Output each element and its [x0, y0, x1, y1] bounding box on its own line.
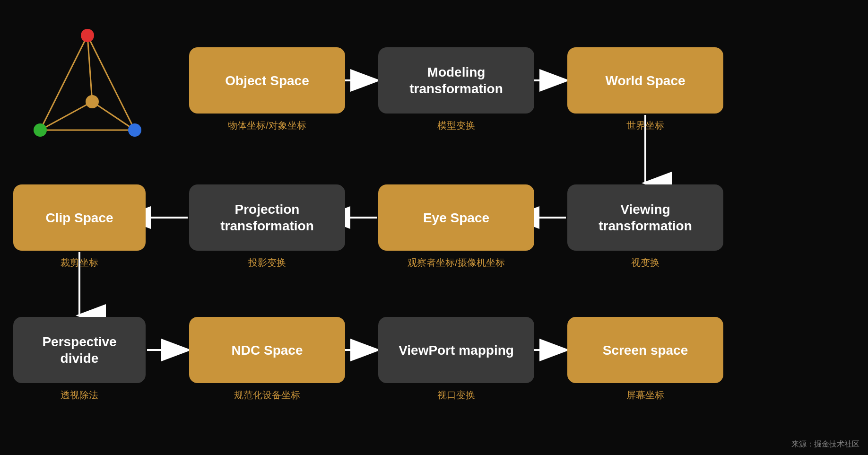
eye-space-title: Eye Space — [423, 210, 489, 226]
screen-space-subtitle: 屏幕坐标 — [567, 389, 723, 402]
world-space-title: World Space — [605, 72, 685, 89]
viewport-mapping-subtitle: 视口变换 — [378, 389, 534, 402]
eye-space-subtitle: 观察者坐标/摄像机坐标 — [350, 256, 563, 269]
modeling-transformation-subtitle: 模型变换 — [378, 119, 534, 132]
object-space-subtitle: 物体坐标/对象坐标 — [189, 119, 345, 132]
object-space-title: Object Space — [225, 72, 309, 89]
viewing-transformation-title: Viewing transformation — [576, 201, 715, 234]
screen-space-title: Screen space — [603, 342, 688, 359]
perspective-divide-subtitle: 透视除法 — [13, 389, 146, 402]
ndc-space-subtitle: 规范化设备坐标 — [189, 389, 345, 402]
object-space-box: Object Space — [189, 47, 345, 114]
viewport-mapping-box: ViewPort mapping — [378, 317, 534, 383]
watermark: 来源：掘金技术社区 — [791, 439, 859, 449]
clip-space-subtitle: 裁剪坐标 — [13, 256, 146, 269]
diagram: Object Space 物体坐标/对象坐标 Modeling transfor… — [0, 0, 868, 455]
projection-transformation-title: Projection transformation — [198, 201, 337, 234]
modeling-transformation-title: Modeling transformation — [387, 64, 526, 97]
viewing-transformation-box: Viewing transformation — [567, 184, 723, 251]
ndc-space-box: NDC Space — [189, 317, 345, 383]
viewing-transformation-subtitle: 视变换 — [567, 256, 723, 269]
viewport-mapping-title: ViewPort mapping — [399, 342, 514, 359]
world-space-subtitle: 世界坐标 — [567, 119, 723, 132]
world-space-box: World Space — [567, 47, 723, 114]
clip-space-box: Clip Space — [13, 184, 146, 251]
perspective-divide-box: Perspective divide — [13, 317, 146, 383]
projection-transformation-subtitle: 投影变换 — [189, 256, 345, 269]
ndc-space-title: NDC Space — [232, 342, 303, 359]
perspective-divide-title: Perspective divide — [22, 333, 137, 367]
projection-transformation-box: Projection transformation — [189, 184, 345, 251]
screen-space-box: Screen space — [567, 317, 723, 383]
eye-space-box: Eye Space — [378, 184, 534, 251]
clip-space-title: Clip Space — [45, 210, 113, 226]
modeling-transformation-box: Modeling transformation — [378, 47, 534, 114]
